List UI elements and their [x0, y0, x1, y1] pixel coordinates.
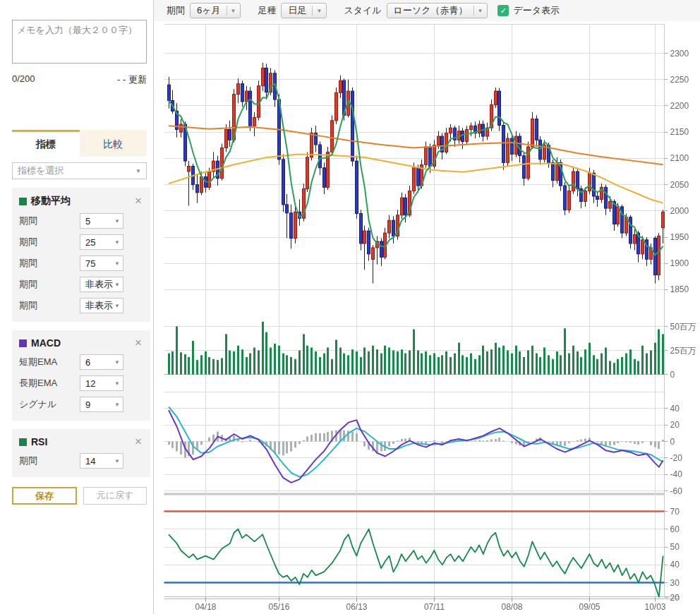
bar-type-label: 足種	[258, 4, 276, 17]
close-icon[interactable]: ×	[133, 437, 143, 447]
memo-input[interactable]	[12, 20, 147, 64]
save-button[interactable]: 保存	[12, 487, 77, 505]
chevron-down-icon: ▼	[114, 458, 120, 464]
chevron-down-icon: ▼	[114, 239, 120, 246]
indicator-color-swatch	[19, 339, 27, 347]
param-label: 期間	[19, 257, 37, 270]
indicator-param-row: 長期EMA12▼	[19, 375, 143, 391]
bar-type-value: 日足	[288, 4, 306, 17]
period-value: 6ヶ月	[197, 4, 221, 17]
chevron-down-icon: ▼	[316, 8, 322, 14]
param-label: 期間	[19, 215, 37, 227]
chart-region: 期間 6ヶ月 ▼ 足種 日足 ▼ スタイル ローソク（赤青） ▼ ✓ データ表示	[154, 0, 700, 614]
chart-canvas[interactable]	[154, 0, 700, 614]
param-label: 期間	[19, 299, 37, 312]
style-value: ローソク（赤青）	[394, 4, 468, 17]
close-icon[interactable]: ×	[133, 196, 143, 206]
indicator-title: 移動平均	[31, 195, 133, 207]
indicator-param-row: シグナル9▼	[19, 397, 143, 412]
chevron-down-icon: ▼	[478, 8, 483, 14]
indicator-param-row: 期間75▼	[19, 255, 143, 271]
tab-indicator[interactable]: 指標	[12, 130, 80, 157]
indicator-param-row: 期間14▼	[19, 453, 143, 469]
param-value: 非表示	[85, 278, 113, 291]
divider	[312, 6, 313, 16]
param-value: 14	[85, 456, 95, 466]
chevron-down-icon: ▼	[114, 303, 120, 309]
param-label: 期間	[19, 455, 37, 467]
param-label: シグナル	[19, 398, 56, 411]
indicator-param-row: 期間25▼	[19, 234, 143, 250]
sidebar: 0/200 - - 更新 指標 比較 指標を選択 ▼ 移動平均×期間5▼期間25…	[0, 0, 154, 614]
sidebar-tabs: 指標 比較	[12, 130, 147, 157]
indicator-card-rsi: RSI×期間14▼	[12, 429, 150, 477]
chevron-down-icon: ▼	[114, 402, 120, 408]
chevron-down-icon: ▼	[114, 282, 120, 288]
stock-chart-app: 0/200 - - 更新 指標 比較 指標を選択 ▼ 移動平均×期間5▼期間25…	[0, 0, 700, 614]
period-select[interactable]: 6ヶ月 ▼	[190, 3, 241, 18]
chevron-down-icon: ▼	[135, 168, 141, 174]
chevron-down-icon: ▼	[231, 8, 236, 14]
indicator-select[interactable]: 指標を選択 ▼	[12, 162, 147, 179]
param-value: 非表示	[85, 299, 113, 312]
param-select[interactable]: 14▼	[80, 453, 123, 469]
param-value: 6	[85, 357, 90, 368]
style-label: スタイル	[344, 4, 381, 17]
param-value: 25	[85, 237, 95, 248]
memo-counter: 0/200	[12, 73, 35, 86]
param-value: 5	[85, 216, 90, 227]
indicator-select-placeholder: 指標を選択	[18, 164, 64, 177]
param-label: 期間	[19, 278, 37, 291]
param-select[interactable]: 非表示▼	[80, 298, 123, 313]
chart-toolbar: 期間 6ヶ月 ▼ 足種 日足 ▼ スタイル ローソク（赤青） ▼ ✓ データ表示	[154, 0, 700, 21]
chevron-down-icon: ▼	[114, 380, 120, 387]
param-select[interactable]: 75▼	[80, 255, 123, 271]
param-select[interactable]: 25▼	[80, 234, 123, 250]
indicator-title: RSI	[31, 436, 133, 447]
chevron-down-icon: ▼	[114, 218, 120, 224]
param-value: 12	[85, 378, 95, 389]
indicator-cards: 移動平均×期間5▼期間25▼期間75▼期間非表示▼期間非表示▼MACD×短期EM…	[0, 188, 153, 477]
close-icon[interactable]: ×	[133, 338, 143, 348]
indicator-param-row: 期間5▼	[19, 213, 143, 229]
indicator-color-swatch	[19, 438, 27, 446]
data-display-label: データ表示	[513, 4, 560, 17]
memo-update-link[interactable]: - - 更新	[117, 73, 147, 86]
param-label: 長期EMA	[19, 377, 57, 390]
param-select[interactable]: 12▼	[80, 375, 123, 391]
indicator-color-swatch	[19, 198, 27, 205]
data-display-checkbox[interactable]: ✓	[497, 5, 509, 16]
param-label: 短期EMA	[19, 356, 57, 368]
param-select[interactable]: 非表示▼	[80, 277, 123, 292]
indicator-card-ma: 移動平均×期間5▼期間25▼期間75▼期間非表示▼期間非表示▼	[12, 188, 150, 322]
reset-button[interactable]: 元に戻す	[83, 487, 147, 505]
chevron-down-icon: ▼	[114, 260, 120, 267]
param-value: 9	[85, 399, 90, 410]
style-select[interactable]: ローソク（赤青） ▼	[387, 3, 488, 18]
sidebar-actions: 保存 元に戻す	[12, 487, 147, 505]
param-value: 75	[85, 258, 95, 269]
bar-type-select[interactable]: 日足 ▼	[281, 3, 327, 18]
indicator-title: MACD	[31, 337, 133, 349]
period-label: 期間	[167, 4, 185, 17]
divider	[473, 6, 474, 16]
param-select[interactable]: 9▼	[80, 397, 123, 412]
indicator-param-row: 短期EMA6▼	[19, 354, 143, 370]
divider	[227, 6, 227, 16]
param-label: 期間	[19, 236, 37, 248]
memo-section: 0/200 - - 更新	[0, 0, 153, 86]
param-select[interactable]: 6▼	[80, 354, 123, 370]
chevron-down-icon: ▼	[114, 359, 120, 366]
tab-compare[interactable]: 比較	[80, 130, 147, 157]
param-select[interactable]: 5▼	[80, 213, 123, 229]
indicator-param-row: 期間非表示▼	[19, 298, 143, 313]
indicator-param-row: 期間非表示▼	[19, 277, 143, 292]
indicator-card-macd: MACD×短期EMA6▼長期EMA12▼シグナル9▼	[12, 330, 150, 421]
